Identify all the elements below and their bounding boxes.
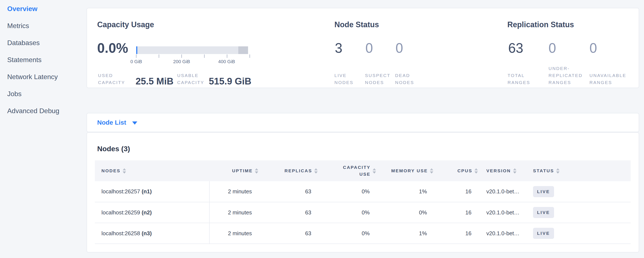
sidebar-item-databases[interactable]: Databases: [7, 34, 84, 51]
usable-capacity-metric: USABLE CAPACITY 515.9 GiB: [177, 72, 252, 86]
capacity-axis-tick: [227, 54, 227, 58]
sidebar-item-advanced-debug[interactable]: Advanced Debug: [7, 102, 84, 119]
node-list-dropdown[interactable]: Node List: [87, 113, 639, 132]
column-header-replicas[interactable]: REPLICAS: [258, 160, 318, 181]
cluster-summary-card: Capacity Usage 0.0% 0 GiB 200 GiB 400 Gi…: [86, 8, 639, 88]
column-header-version[interactable]: VERSION: [478, 160, 524, 181]
cpus-cell: 16: [433, 181, 478, 202]
column-header-nodes[interactable]: NODES: [95, 160, 210, 181]
status-cell: LIVE: [524, 181, 631, 202]
version-cell: v20.1.0-bet…: [478, 202, 524, 223]
status-badge: LIVE: [533, 228, 554, 239]
capacity-use-cell: 0%: [318, 223, 376, 244]
replication-status-title: Replication Status: [507, 20, 574, 29]
memory-use-cell: 1%: [376, 223, 433, 244]
column-header-status[interactable]: STATUS: [524, 160, 631, 181]
column-header-cpus[interactable]: CPUS: [433, 160, 478, 181]
live-nodes-count: 3: [335, 41, 342, 55]
under-replicated-ranges-count: 0: [548, 41, 556, 55]
uptime-cell: 2 minutes: [210, 202, 258, 223]
cluster-overview-page: Overview Metrics Databases Statements Ne…: [0, 0, 644, 258]
node-status-title: Node Status: [334, 20, 379, 29]
sidebar-item-network-latency[interactable]: Network Latency: [7, 68, 84, 85]
table-row-node-2[interactable]: localhost:26259 (n2) 2 minutes 63 0% 0% …: [95, 202, 631, 223]
status-cell: LIVE: [524, 223, 631, 244]
sort-icon: [314, 168, 318, 174]
memory-use-cell: 1%: [376, 181, 433, 202]
unavailable-ranges-count: 0: [590, 41, 597, 55]
replicas-cell: 63: [258, 181, 318, 202]
usable-capacity-value: 515.9 GiB: [209, 77, 252, 86]
under-replicated-ranges-label: UNDER- REPLICATED RANGES: [548, 65, 582, 86]
sort-icon: [556, 168, 560, 174]
capacity-axis-tick: [204, 54, 204, 58]
nodes-panel-card: Nodes (3) NODES UPTIME: [86, 132, 639, 252]
capacity-use-cell: 0%: [318, 181, 376, 202]
table-row-node-3[interactable]: localhost:26258 (n3) 2 minutes 63 0% 1% …: [95, 223, 631, 244]
used-capacity-value: 25.5 MiB: [136, 77, 174, 86]
sidebar-item-overview[interactable]: Overview: [7, 0, 84, 17]
live-nodes-label: LIVE NODES: [334, 72, 354, 86]
memory-use-cell: 0%: [376, 202, 433, 223]
version-cell: v20.1.0-bet…: [478, 181, 524, 202]
cpus-cell: 16: [433, 202, 478, 223]
node-address-cell[interactable]: localhost:26258 (n3): [95, 223, 210, 244]
column-header-uptime[interactable]: UPTIME: [210, 160, 258, 181]
used-capacity-metric: USED CAPACITY 25.5 MiB: [98, 72, 174, 86]
table-row-node-1[interactable]: localhost:26257 (n1) 2 minutes 63 0% 1% …: [95, 181, 631, 202]
status-badge: LIVE: [533, 186, 554, 197]
dead-nodes-label: DEAD NODES: [395, 72, 414, 86]
column-header-memory-use[interactable]: MEMORY USE: [376, 160, 433, 181]
capacity-axis-label-200: 200 GiB: [173, 59, 190, 64]
sort-icon: [123, 168, 126, 174]
dead-nodes-count: 0: [396, 41, 403, 55]
chevron-down-icon: [132, 121, 137, 125]
sort-icon: [430, 168, 433, 174]
version-cell: v20.1.0-bet…: [478, 223, 524, 244]
capacity-use-cell: 0%: [318, 202, 376, 223]
view-selector-card: Node List: [86, 113, 639, 132]
sort-icon: [474, 168, 478, 174]
suspect-nodes-count: 0: [366, 41, 373, 55]
replicas-cell: 63: [258, 223, 318, 244]
capacity-bar-other-segment: [238, 46, 248, 54]
cpus-cell: 16: [433, 223, 478, 244]
node-list-dropdown-label: Node List: [97, 119, 126, 126]
capacity-axis-tick: [182, 54, 182, 58]
replicas-cell: 63: [258, 202, 318, 223]
uptime-cell: 2 minutes: [210, 223, 258, 244]
capacity-axis-tick: [250, 54, 250, 58]
unavailable-ranges-label: UNAVAILABLE RANGES: [590, 72, 626, 86]
capacity-bar-used-segment: [136, 46, 137, 54]
node-address-cell[interactable]: localhost:26257 (n1): [95, 181, 210, 202]
sidebar-item-statements[interactable]: Statements: [7, 51, 84, 68]
status-cell: LIVE: [524, 202, 631, 223]
capacity-axis-tick: [159, 54, 159, 58]
used-capacity-label: USED CAPACITY: [98, 72, 136, 86]
suspect-nodes-label: SUSPECT NODES: [365, 72, 390, 86]
sort-icon: [372, 168, 376, 174]
total-ranges-count: 63: [508, 41, 523, 55]
capacity-axis-label-400: 400 GiB: [218, 59, 235, 64]
capacity-usage-title: Capacity Usage: [97, 20, 154, 29]
node-address-cell[interactable]: localhost:26259 (n2): [95, 202, 210, 223]
capacity-axis-label-0: 0 GiB: [130, 59, 142, 64]
sort-icon: [255, 168, 258, 174]
usable-capacity-label: USABLE CAPACITY: [177, 72, 209, 86]
capacity-usage-bar: [136, 46, 248, 54]
nodes-table: NODES UPTIME REPLICAS: [95, 160, 631, 244]
column-header-capacity-use[interactable]: CAPACITY USE: [318, 160, 376, 181]
sort-icon: [513, 168, 516, 174]
uptime-cell: 2 minutes: [210, 181, 258, 202]
nodes-panel-heading: Nodes (3): [97, 145, 130, 153]
sidebar-nav: Overview Metrics Databases Statements Ne…: [7, 0, 84, 119]
capacity-axis-tick: [136, 54, 136, 58]
capacity-used-percent: 0.0%: [97, 41, 128, 55]
nodes-table-header-row: NODES UPTIME REPLICAS: [95, 160, 631, 181]
status-badge: LIVE: [533, 207, 554, 218]
total-ranges-label: TOTAL RANGES: [508, 72, 530, 86]
sidebar-item-metrics[interactable]: Metrics: [7, 17, 84, 34]
sidebar-item-jobs[interactable]: Jobs: [7, 85, 84, 102]
